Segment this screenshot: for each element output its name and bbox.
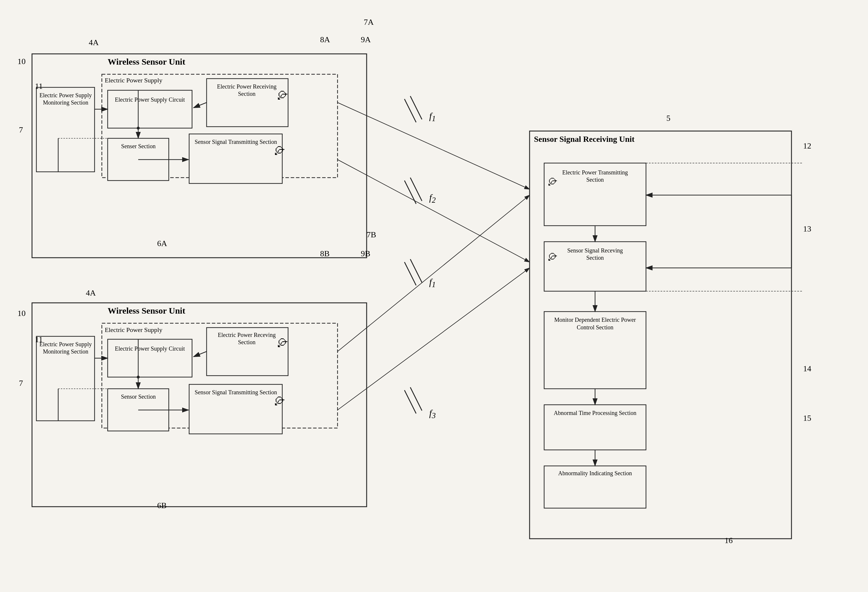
sensor-signal-recv-label: Sensor Signal Receving Section — [559, 247, 632, 262]
svg-rect-47 — [530, 131, 791, 539]
label-15: 15 — [803, 413, 811, 423]
svg-line-22 — [410, 178, 422, 201]
label-4A-bot: 4A — [86, 288, 96, 297]
label-10-bot: 10 — [18, 309, 26, 318]
label-7-bot: 7 — [19, 379, 23, 388]
antenna-sensor-tx-bot: ⌮ — [273, 393, 285, 407]
ep-supply-label-top: Electric Power Supply — [105, 77, 162, 84]
svg-rect-2 — [32, 54, 367, 258]
svg-line-21 — [404, 181, 416, 204]
ep-monitoring-bot: Electric Power Supply Monitoring Section — [39, 341, 93, 355]
svg-rect-25 — [32, 303, 367, 507]
svg-point-13 — [137, 127, 140, 130]
label-7B: 7B — [367, 230, 376, 239]
ep-supply-label-bot: Electric Power Supply — [105, 326, 162, 334]
label-f1b: f1 — [429, 277, 435, 289]
svg-line-42 — [410, 259, 422, 283]
label-11-top: 11 — [35, 81, 43, 91]
label-7A: 7A — [364, 18, 373, 27]
sensor-section-top: Senser Section — [110, 143, 167, 150]
ep-transmitting-label: Electric Power Transmitting Section — [559, 169, 632, 184]
sensor-signal-tx-top: Sensor Signal Transmitting Section — [192, 138, 280, 146]
antenna-ep-receiving-bot: ⌮ — [276, 335, 288, 349]
svg-point-36 — [137, 376, 140, 379]
diagram-lines — [0, 0, 868, 592]
label-7-top: 7 — [19, 125, 23, 135]
antenna-sensor-tx-top: ⌮ — [273, 143, 285, 156]
antenna-ep-receiving-top: ⌮ — [276, 87, 288, 101]
svg-line-44 — [410, 387, 422, 411]
label-6B: 6B — [157, 501, 167, 510]
label-8A: 8A — [320, 35, 330, 44]
svg-line-9 — [193, 102, 207, 108]
label-f1: f1 — [429, 111, 435, 123]
label-10-top: 10 — [18, 57, 26, 66]
label-9A: 9A — [361, 35, 371, 44]
diagram: 7A 8A 9A 4A 10 11 7 6A f1 f2 7B 8B 9B 4A… — [0, 0, 868, 592]
label-6A: 6A — [157, 239, 167, 248]
sensor-signal-tx-bot: Sensor Signal Transmitting Section — [192, 389, 280, 396]
ep-supply-circuit-bot: Electric Power Supply Circuit — [111, 345, 189, 352]
abnormal-time-label: Abnormal Time Processing Section — [547, 409, 643, 417]
label-8B: 8B — [320, 249, 330, 258]
label-12: 12 — [803, 141, 811, 151]
ep-receiving-bot: Electric Power Receving Section — [209, 332, 285, 346]
ep-supply-circuit-top: Electric Power Supply Circuit — [111, 96, 189, 104]
svg-line-45 — [338, 195, 530, 351]
label-f3: f3 — [429, 408, 435, 420]
label-4A-top: 4A — [89, 38, 99, 47]
label-9B: 9B — [361, 249, 371, 258]
abnormality-ind-label: Abnormality Indicating Section — [547, 469, 643, 477]
svg-line-19 — [404, 99, 416, 122]
ep-receiving-top: Electric Power Receiving Section — [209, 83, 285, 98]
wireless-unit-top-title: Wireless Sensor Unit — [108, 57, 185, 67]
svg-line-43 — [404, 390, 416, 413]
svg-line-41 — [404, 262, 416, 286]
wireless-unit-bot-title: Wireless Sensor Unit — [108, 306, 185, 316]
svg-line-20 — [410, 96, 422, 119]
label-5: 5 — [666, 114, 670, 123]
antenna-sensor-recv: ⌮ — [547, 250, 558, 262]
label-13: 13 — [803, 224, 811, 234]
monitor-dep-ctrl-label: Monitor Dependent Electric Power Control… — [547, 316, 643, 331]
sensor-signal-recv-unit-title: Sensor Signal Receiving Unit — [534, 135, 784, 144]
label-f2: f2 — [429, 192, 435, 205]
svg-line-24 — [338, 160, 530, 262]
antenna-ep-tx: ⌮ — [547, 175, 558, 187]
label-14: 14 — [803, 364, 811, 373]
ep-monitoring-top: Electric Power Supply Monitoring Section — [39, 92, 93, 106]
label-16: 16 — [725, 536, 733, 545]
sensor-section-bot: Sensor Section — [110, 393, 167, 400]
svg-line-32 — [193, 351, 207, 357]
